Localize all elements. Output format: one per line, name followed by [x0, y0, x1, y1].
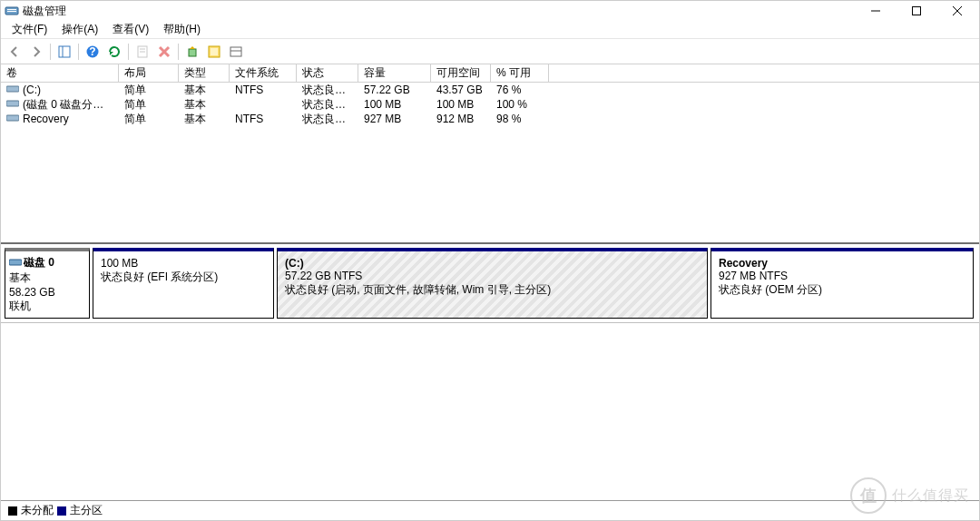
partition-status: 状态良好 (启动, 页面文件, 故障转储, Wim 引导, 主分区) [285, 282, 700, 298]
maximize-button[interactable] [896, 1, 936, 21]
toolbar-separator [78, 44, 79, 60]
svg-rect-22 [6, 101, 19, 106]
forward-button [26, 42, 46, 62]
legend-unallocated: 未分配 [21, 503, 54, 518]
volume-pctfree: 76 % [491, 84, 549, 96]
menu-view[interactable]: 查看(V) [105, 20, 156, 39]
volume-type: 基本 [179, 83, 230, 98]
menu-action[interactable]: 操作(A) [54, 20, 105, 39]
volume-icon [6, 84, 21, 94]
volume-layout: 简单 [119, 83, 179, 98]
toolbar: ? [1, 39, 979, 64]
volume-icon [6, 98, 21, 109]
svg-rect-4 [912, 7, 920, 15]
close-button[interactable] [936, 1, 977, 21]
partition-status: 状态良好 (OEM 分区) [719, 282, 965, 298]
volume-free: 43.57 GB [431, 84, 491, 96]
volume-status: 状态良好 (... [297, 97, 358, 113]
partition-size: 927 MB NTFS [719, 270, 965, 282]
partition-block[interactable]: (C:)57.22 GB NTFS状态良好 (启动, 页面文件, 故障转储, W… [277, 248, 708, 319]
disk-state: 联机 [9, 299, 85, 314]
disk-type: 基本 [9, 270, 85, 286]
svg-rect-2 [7, 11, 16, 12]
legend-primary: 主分区 [70, 503, 103, 518]
col-layout[interactable]: 布局 [119, 64, 179, 82]
toolbar-separator [50, 44, 51, 60]
graphical-view: 磁盘 0 基本 58.23 GB 联机 100 MB状态良好 (EFI 系统分区… [1, 244, 979, 323]
delete-button [154, 42, 174, 62]
legend: 未分配 主分区 [1, 500, 979, 520]
disk-capacity: 58.23 GB [9, 286, 85, 299]
svg-rect-23 [6, 115, 19, 121]
partition-block[interactable]: Recovery927 MB NTFS状态良好 (OEM 分区) [710, 248, 974, 319]
window-controls [855, 1, 977, 21]
menu-help[interactable]: 帮助(H) [156, 20, 208, 39]
menubar: 文件(F) 操作(A) 查看(V) 帮助(H) [1, 21, 979, 39]
col-capacity[interactable]: 容量 [358, 64, 431, 82]
disk-name: 磁盘 0 [24, 255, 54, 270]
menu-file[interactable]: 文件(F) [5, 20, 54, 39]
partition-title: Recovery [719, 257, 965, 270]
partition-size: 100 MB [101, 257, 266, 270]
volume-list: 卷 布局 类型 文件系统 状态 容量 可用空间 % 可用 (C:)简单基本NTF… [1, 64, 979, 244]
volume-free: 912 MB [431, 113, 491, 125]
legend-swatch-unallocated [8, 506, 17, 516]
blank-area [1, 323, 979, 500]
col-status[interactable]: 状态 [297, 64, 358, 82]
volume-free: 100 MB [431, 98, 491, 111]
volume-pctfree: 100 % [491, 98, 549, 111]
col-pctfree[interactable]: % 可用 [491, 64, 549, 82]
window-title: 磁盘管理 [23, 4, 855, 19]
svg-rect-7 [59, 46, 70, 57]
disk-icon [9, 257, 22, 270]
volume-filesystem: NTFS [230, 84, 297, 96]
svg-rect-19 [230, 47, 241, 56]
col-volume[interactable]: 卷 [1, 64, 119, 82]
minimize-button[interactable] [855, 1, 896, 21]
action-button-1[interactable] [182, 42, 202, 62]
partition-block[interactable]: 100 MB状态良好 (EFI 系统分区) [93, 248, 274, 319]
volume-capacity: 927 MB [358, 113, 431, 125]
table-row[interactable]: (磁盘 0 磁盘分区 1)简单基本状态良好 (...100 MB100 MB10… [1, 97, 979, 112]
action-button-3[interactable] [226, 42, 246, 62]
volume-name: (磁盘 0 磁盘分区 1) [23, 98, 116, 111]
partition-status: 状态良好 (EFI 系统分区) [101, 270, 266, 285]
refresh-button[interactable] [104, 42, 124, 62]
disk-mgmt-icon [5, 4, 19, 18]
svg-rect-16 [189, 49, 196, 56]
volume-status: 状态良好 (... [297, 112, 358, 127]
action-button-2[interactable] [204, 42, 224, 62]
volume-layout: 简单 [119, 112, 179, 127]
svg-text:?: ? [89, 45, 95, 58]
volume-layout: 简单 [119, 97, 179, 113]
col-type[interactable]: 类型 [179, 64, 230, 82]
partition-size: 57.22 GB NTFS [285, 270, 700, 282]
toolbar-separator [128, 44, 129, 60]
svg-rect-18 [211, 48, 218, 55]
col-free[interactable]: 可用空间 [431, 64, 491, 82]
partitions-container: 100 MB状态良好 (EFI 系统分区)(C:)57.22 GB NTFS状态… [93, 248, 974, 319]
volume-rows: (C:)简单基本NTFS状态良好 (...57.22 GB43.57 GB76 … [1, 83, 979, 126]
col-filesys[interactable]: 文件系统 [230, 64, 297, 82]
svg-rect-21 [6, 86, 19, 92]
show-hide-tree-button[interactable] [54, 42, 74, 62]
toolbar-separator [178, 44, 179, 60]
partition-title: (C:) [285, 257, 700, 270]
table-row[interactable]: (C:)简单基本NTFS状态良好 (...57.22 GB43.57 GB76 … [1, 83, 979, 97]
volume-pctfree: 98 % [491, 113, 549, 125]
svg-rect-24 [9, 260, 22, 265]
volume-name: (C:) [23, 84, 41, 96]
volume-type: 基本 [179, 97, 230, 113]
volume-list-header: 卷 布局 类型 文件系统 状态 容量 可用空间 % 可用 [1, 64, 979, 83]
volume-name: Recovery [23, 113, 69, 125]
help-button[interactable]: ? [83, 42, 103, 62]
titlebar: 磁盘管理 [1, 1, 979, 21]
legend-swatch-primary [57, 506, 66, 516]
table-row[interactable]: Recovery简单基本NTFS状态良好 (...927 MB912 MB98 … [1, 112, 979, 126]
disk-info-panel[interactable]: 磁盘 0 基本 58.23 GB 联机 [5, 248, 90, 319]
volume-status: 状态良好 (... [297, 83, 358, 98]
back-button [5, 42, 24, 62]
volume-icon [6, 113, 21, 123]
volume-type: 基本 [179, 112, 230, 127]
volume-capacity: 100 MB [358, 98, 431, 111]
